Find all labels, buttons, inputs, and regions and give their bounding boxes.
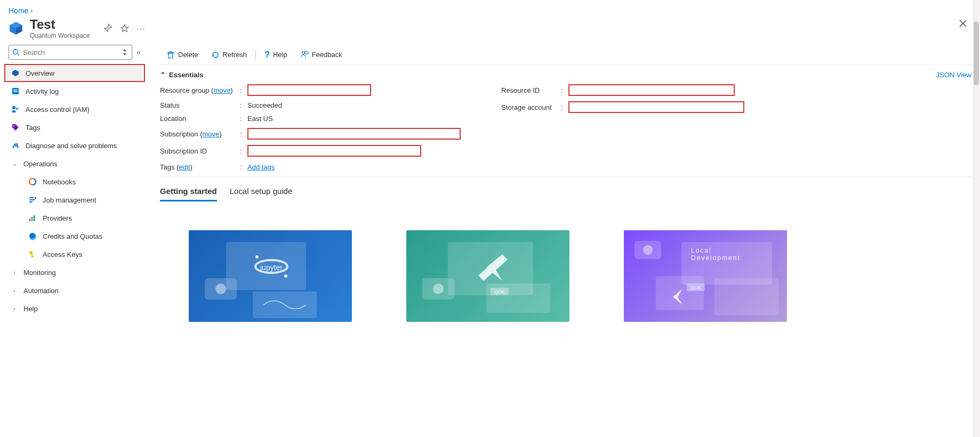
card-caption: QDK [494,289,505,295]
sidebar-item-providers[interactable]: Providers [4,209,145,227]
sidebar-item-access-control[interactable]: Access control (IAM) [4,100,145,118]
more-icon[interactable]: ··· [137,25,146,33]
help-button[interactable]: ? Help [258,45,294,64]
sidebar-search[interactable] [9,45,132,60]
svg-rect-14 [29,197,34,198]
svg-rect-24 [31,256,34,257]
tags-label: Tags (edit) [160,163,240,171]
tab-getting-started[interactable]: Getting started [160,182,217,201]
subscription-label: Subscription (move) [160,130,240,138]
sidebar-item-notebooks[interactable]: Notebooks [4,173,145,191]
subscription-move-link[interactable]: move [203,130,220,138]
tab-local-setup[interactable]: Local setup guide [230,182,293,201]
scrollbar-thumb[interactable] [974,21,979,85]
svg-point-39 [433,284,444,294]
card-title-line1: Local [691,247,712,254]
essentials-heading: Essentials [169,71,203,79]
sidebar-section-label: Automation [23,287,59,295]
notebooks-icon [28,177,37,187]
card-local-development[interactable]: Local Development QDK [624,230,787,322]
sidebar-item-tags[interactable]: Tags [4,118,145,136]
collapse-sidebar-icon[interactable]: « [136,48,141,56]
search-input[interactable] [20,48,122,56]
sidebar-item-overview[interactable]: Overview [4,64,145,82]
svg-point-28 [302,51,304,54]
subscription-id-label: Subscription ID [160,147,240,155]
svg-rect-7 [13,90,18,91]
sidebar-section-operations[interactable]: ⌄ Operations [4,155,145,173]
sidebar-item-label: Credits and Quotas [43,232,102,240]
sidebar-item-label: Providers [43,214,72,222]
sidebar-item-credits-quotas[interactable]: Credits and Quotas [4,227,145,245]
activity-log-icon [11,86,20,96]
pin-icon[interactable] [103,23,113,33]
svg-rect-17 [29,218,30,221]
essentials-toggle[interactable]: ⌃ Essentials [160,71,203,79]
svg-rect-25 [168,53,173,58]
svg-rect-29 [305,52,308,54]
svg-point-10 [16,108,19,110]
star-icon[interactable] [120,23,130,33]
sort-icon[interactable] [122,48,128,56]
resource-id-value-redacted [568,84,735,96]
sidebar-item-label: Activity log [26,87,59,95]
sidebar-section-automation[interactable]: › Automation [4,281,145,300]
sidebar-section-help[interactable]: › Help [4,300,145,318]
storage-account-label: Storage account [501,103,561,111]
breadcrumb-home[interactable]: Home [9,6,28,15]
json-view-link[interactable]: JSON View [936,71,971,79]
main-content: Delete Refresh ? Help Feedback ⌃ Essenti… [149,45,980,434]
sidebar-section-monitoring[interactable]: › Monitoring [4,263,145,281]
page-subtitle: Quantum Workspace [30,32,90,39]
refresh-icon [211,51,220,59]
separator [255,50,256,60]
svg-rect-18 [31,217,33,221]
status-value: Succeeded [247,101,282,109]
sidebar: « Overview Activity log Access control (… [0,45,149,434]
tags-icon [11,123,20,132]
card-vscode-qdk[interactable]: QDK [406,230,569,322]
svg-point-32 [215,284,226,294]
chevron-right-icon: › [30,7,33,14]
refresh-button[interactable]: Refresh [205,45,254,64]
card-caption: QDK [690,285,701,290]
sidebar-item-access-keys[interactable]: Access Keys [4,245,145,263]
chevron-right-icon: › [11,269,18,276]
svg-rect-19 [34,215,35,221]
quantum-workspace-icon [9,21,23,36]
job-management-icon [28,195,37,205]
svg-rect-8 [13,91,18,92]
card-jupyter[interactable]: jupyter [189,230,352,322]
chevron-right-icon: › [11,287,18,294]
add-tags-link[interactable]: Add tags [247,163,275,171]
sidebar-item-activity-log[interactable]: Activity log [4,82,145,100]
refresh-label: Refresh [223,51,247,59]
subscription-value-redacted [247,128,461,140]
resource-group-value-redacted [247,84,371,96]
chevron-down-icon: ⌄ [11,160,18,167]
resource-group-move-link[interactable]: move [213,86,230,94]
svg-rect-15 [29,199,35,200]
page-title: Test [30,17,90,32]
sidebar-item-label: Access control (IAM) [26,106,90,114]
scrollbar[interactable] [973,0,980,437]
sidebar-item-label: Tags [26,124,40,132]
feedback-button[interactable]: Feedback [294,45,349,64]
breadcrumb: Home › [0,0,980,17]
svg-line-4 [18,54,20,56]
sidebar-item-label: Diagnose and solve problems [26,142,117,150]
close-button[interactable] [954,17,971,30]
resource-group-label: Resource group (move) [160,86,240,94]
svg-rect-26 [168,52,173,53]
resource-id-label: Resource ID [501,86,561,94]
sidebar-section-label: Help [23,305,38,313]
diagnose-icon [11,141,20,150]
svg-rect-46 [714,278,778,315]
tags-edit-link[interactable]: edit [179,163,190,171]
svg-point-9 [12,106,15,109]
svg-point-11 [13,125,14,126]
sidebar-item-job-management[interactable]: Job management [4,191,145,209]
sidebar-item-diagnose[interactable]: Diagnose and solve problems [4,136,145,155]
storage-account-value-redacted [568,101,744,113]
delete-button[interactable]: Delete [160,45,205,64]
